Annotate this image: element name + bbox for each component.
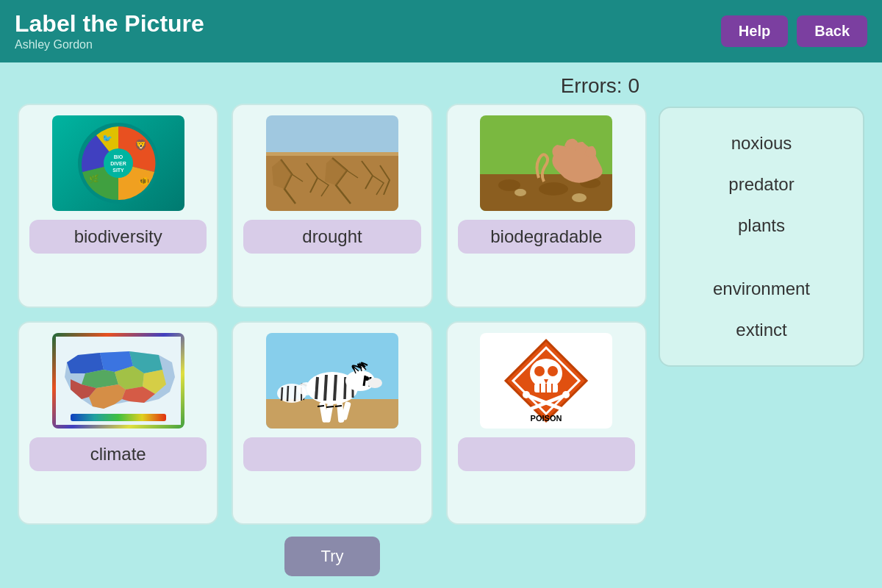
card-image-biodiversity: BIO DIVER SITY 🦁 🐦 🐠 🌿 [52,115,184,211]
cards-grid: BIO DIVER SITY 🦁 🐦 🐠 🌿 biodiversity [18,104,647,525]
card-biodegradable: biodegradable [446,104,647,308]
zebra-image-icon [266,333,398,429]
main-content: Errors: 0 [0,62,882,588]
left-area: Errors: 0 [18,74,647,576]
card-label-box-zebra[interactable] [243,437,420,471]
svg-point-49 [562,407,570,415]
card-image-biodegradable [480,115,612,211]
climate-image [52,333,184,429]
try-button-container: Try [18,537,647,576]
card-image-drought [266,115,398,211]
errors-display: Errors: 0 [561,74,639,98]
card-label-box-poison[interactable] [458,437,635,471]
svg-rect-9 [266,115,398,152]
word-predator[interactable]: predator [667,164,856,205]
card-label-box-biodiversity[interactable]: biodiversity [29,220,207,254]
svg-point-17 [539,182,568,196]
card-label-box-climate[interactable]: climate [29,437,207,471]
back-button[interactable]: Back [797,15,867,47]
word-extinct[interactable]: extinct [667,309,856,351]
card-label-box-biodegradable[interactable]: biodegradable [458,220,635,254]
climate-map-icon [56,337,181,425]
svg-text:SITY: SITY [112,168,124,173]
word-noxious[interactable]: noxious [667,123,856,164]
card-image-poison: POISON [480,333,612,429]
biodiversity-wheel-icon: BIO DIVER SITY 🦁 🐦 🐠 🌿 [74,119,162,207]
card-image-climate [52,333,184,429]
svg-text:DIVER: DIVER [110,161,126,166]
svg-text:🐦: 🐦 [102,133,112,143]
card-biodiversity: BIO DIVER SITY 🦁 🐦 🐠 🌿 biodiversity [18,104,218,308]
help-button[interactable]: Help [721,15,788,47]
poison-diamond-icon: POISON [502,337,590,425]
svg-point-48 [523,407,530,415]
card-label-text-biodegradable: biodegradable [490,226,602,247]
card-image-zebra [266,333,398,429]
drought-image-icon [266,115,398,211]
svg-text:🐠: 🐠 [139,176,149,186]
header-title-block: Label the Picture Ashley Gordon [15,11,204,51]
svg-point-46 [523,391,530,398]
svg-point-34 [298,382,315,395]
card-label-box-drought[interactable]: drought [243,220,420,254]
svg-point-28 [365,376,369,381]
svg-point-38 [534,366,545,376]
card-label-text-biodiversity: biodiversity [74,226,162,247]
svg-text:🌿: 🌿 [89,173,99,184]
svg-text:POISON: POISON [531,414,562,423]
card-poison: POISON [446,321,647,526]
svg-rect-22 [71,414,166,421]
user-name: Ashley Gordon [15,38,204,51]
biodiversity-image: BIO DIVER SITY 🦁 🐦 🐠 🌿 [52,115,184,211]
try-button[interactable]: Try [284,537,381,576]
svg-point-39 [548,366,558,376]
svg-point-19 [514,189,526,196]
card-label-text-climate: climate [90,444,146,465]
biodegradable-image-icon [480,115,612,211]
word-plants[interactable]: plants [667,205,856,246]
poison-image: POISON [480,333,612,429]
svg-text:🦁: 🦁 [135,139,148,151]
header-buttons: Help Back [721,15,867,47]
svg-point-20 [572,193,587,202]
svg-point-16 [498,179,520,191]
word-environment[interactable]: environment [667,268,856,309]
svg-text:BIO: BIO [113,154,123,159]
card-climate: climate [18,321,218,526]
card-drought: drought [232,104,432,308]
card-label-text-drought: drought [302,226,362,247]
svg-point-27 [368,378,382,388]
word-bank-panel: noxious predator plants environment exti… [659,107,864,367]
errors-bar: Errors: 0 [18,74,647,98]
card-zebra [232,321,432,526]
header: Label the Picture Ashley Gordon Help Bac… [0,0,882,62]
svg-point-47 [562,391,570,398]
page-title: Label the Picture [15,11,204,37]
